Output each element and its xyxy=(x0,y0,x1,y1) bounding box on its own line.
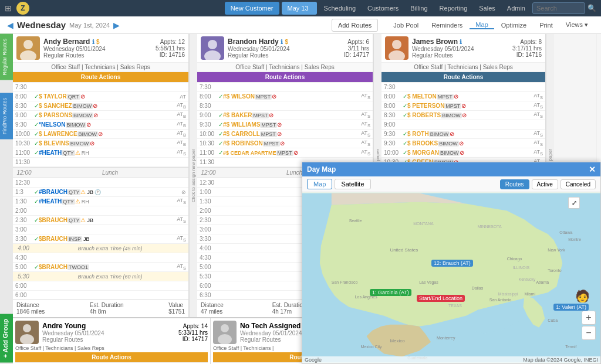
map-link[interactable]: Map xyxy=(470,21,494,29)
optimize-link[interactable]: Optimize xyxy=(495,22,532,29)
job-pool-link[interactable]: Job Pool xyxy=(387,22,424,29)
search-icon: 🔍 xyxy=(588,4,596,12)
logo[interactable]: Z xyxy=(16,2,29,15)
nav-admin[interactable]: Admin xyxy=(502,5,530,12)
nav-sales[interactable]: Sales xyxy=(474,5,500,12)
date-detail: May 1st, 2024 xyxy=(69,22,110,29)
nav-scheduling[interactable]: Scheduling xyxy=(319,5,360,12)
add-routes-button[interactable]: Add Routes xyxy=(332,19,378,32)
date-nav: ◀ Wednesday May 1st, 2024 ▶ xyxy=(7,20,120,30)
search-input[interactable] xyxy=(532,2,585,14)
nav-customers[interactable]: Customers xyxy=(363,5,403,12)
top-nav: ⊞ Z New Customer May 13 Scheduling Custo… xyxy=(0,0,601,16)
new-customer-button[interactable]: New Customer xyxy=(225,2,279,15)
nav-reporting[interactable]: Reporting xyxy=(435,5,472,12)
reminders-link[interactable]: Reminders xyxy=(426,22,468,29)
date-title: Wednesday xyxy=(17,20,66,30)
date-button[interactable]: May 13 xyxy=(282,2,317,15)
views-link[interactable]: Views ▾ xyxy=(560,21,594,29)
print-link[interactable]: Print xyxy=(534,22,559,29)
grid-icon[interactable]: ⊞ xyxy=(5,4,12,13)
nav-billing[interactable]: Billing xyxy=(406,5,432,12)
sec-nav: ◀ Wednesday May 1st, 2024 ▶ Add Routes J… xyxy=(0,16,601,34)
next-date-arrow[interactable]: ▶ xyxy=(113,21,120,30)
prev-date-arrow[interactable]: ◀ xyxy=(7,21,13,30)
